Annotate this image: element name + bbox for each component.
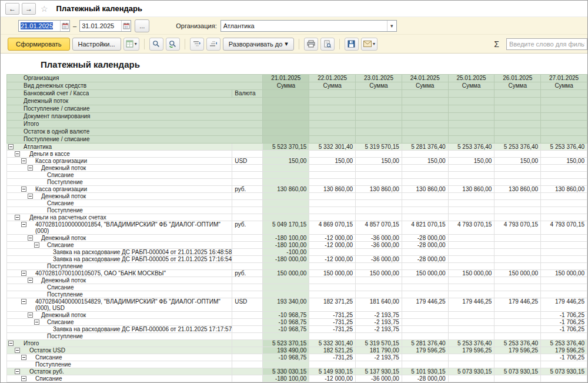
value-cell[interactable]	[495, 235, 541, 242]
value-cell[interactable]	[448, 165, 495, 172]
value-cell[interactable]	[356, 207, 402, 214]
value-cell[interactable]: 130 860,00	[448, 186, 495, 193]
value-cell[interactable]	[448, 256, 495, 263]
value-cell[interactable]: -2 193,75	[356, 326, 402, 333]
value-cell[interactable]: 5 253 376,40	[541, 340, 587, 347]
row-label-cell[interactable]: Поступление	[7, 333, 232, 340]
value-cell[interactable]	[448, 193, 495, 200]
value-cell[interactable]	[402, 333, 448, 340]
value-cell[interactable]	[541, 361, 587, 368]
value-cell[interactable]: -28 000,00	[402, 256, 448, 263]
value-cell[interactable]	[448, 207, 495, 214]
value-cell[interactable]: 150,00	[263, 158, 309, 165]
currency-cell[interactable]	[232, 319, 263, 326]
value-cell[interactable]: 4 793 070,15	[541, 221, 587, 235]
row-label-cell[interactable]: Денежный поток	[7, 312, 232, 319]
value-cell[interactable]	[495, 319, 541, 326]
collapse-toggle-icon[interactable]	[8, 144, 14, 149]
value-cell[interactable]	[263, 172, 309, 179]
value-cell[interactable]: -36 000,00	[356, 242, 402, 249]
row-label-cell[interactable]: Заявка на расходование ДС РАБП-000005 от…	[7, 256, 232, 263]
value-cell[interactable]	[402, 326, 448, 333]
value-cell[interactable]	[402, 249, 448, 256]
value-cell[interactable]: 130 860,00	[263, 186, 309, 193]
value-cell[interactable]	[541, 277, 587, 284]
back-button[interactable]: ←	[5, 3, 19, 15]
row-label-cell[interactable]: 40702840400000154829, "ВЛАДИМИРСКИЙ" ФБ …	[7, 298, 232, 312]
value-cell[interactable]	[263, 207, 309, 214]
value-cell[interactable]: 150 000,00	[263, 270, 309, 277]
currency-cell[interactable]	[232, 326, 263, 333]
value-cell[interactable]	[356, 151, 402, 158]
settings-button[interactable]: Настройки...	[72, 38, 121, 51]
value-cell[interactable]: 150,00	[448, 158, 495, 165]
currency-cell[interactable]	[232, 172, 263, 179]
value-cell[interactable]: 5 523 370,15	[263, 144, 309, 151]
forward-button[interactable]: →	[22, 3, 36, 15]
currency-cell[interactable]	[232, 179, 263, 186]
value-cell[interactable]: -180 100,00	[263, 235, 309, 242]
value-cell[interactable]: 179 596,25	[541, 347, 587, 354]
value-cell[interactable]	[263, 361, 309, 368]
value-cell[interactable]: 5 049 170,15	[263, 221, 309, 235]
value-cell[interactable]	[402, 312, 448, 319]
favorite-star-icon[interactable]: ☆	[41, 4, 48, 14]
value-cell[interactable]	[495, 200, 541, 207]
value-cell[interactable]: 5 101 930,15	[402, 368, 448, 375]
value-cell[interactable]: 130 860,00	[309, 186, 356, 193]
value-cell[interactable]: -28 000,00	[402, 375, 448, 382]
row-label-cell[interactable]: Денежный поток	[7, 193, 232, 200]
collapse-toggle-icon[interactable]	[21, 186, 26, 192]
value-cell[interactable]: 4 821 070,15	[402, 221, 448, 235]
value-cell[interactable]	[495, 263, 541, 270]
currency-cell[interactable]	[232, 165, 263, 172]
value-cell[interactable]	[263, 284, 309, 291]
collapse-toggle-icon[interactable]	[8, 341, 14, 346]
value-cell[interactable]: 179 596,25	[495, 347, 541, 354]
row-label-cell[interactable]: Касса организации	[7, 158, 232, 165]
value-cell[interactable]: 150 000,00	[356, 270, 402, 277]
row-label-cell[interactable]: Списание	[7, 354, 232, 361]
value-cell[interactable]	[541, 256, 587, 263]
row-label-cell[interactable]: Остаток USD	[7, 347, 232, 354]
value-cell[interactable]: -2 193,75	[356, 354, 402, 361]
value-cell[interactable]: -1 706,25	[541, 326, 587, 333]
value-cell[interactable]	[263, 263, 309, 270]
collapse-toggle-icon[interactable]	[21, 271, 26, 276]
value-cell[interactable]	[541, 179, 587, 186]
currency-cell[interactable]	[232, 340, 263, 347]
value-cell[interactable]	[541, 172, 587, 179]
value-cell[interactable]	[309, 165, 356, 172]
row-label-cell[interactable]: Списание	[7, 284, 232, 291]
value-cell[interactable]	[402, 361, 448, 368]
value-cell[interactable]: -2 193,75	[356, 312, 402, 319]
value-cell[interactable]	[541, 207, 587, 214]
autosum-indicator[interactable]: Σ	[494, 39, 499, 49]
value-cell[interactable]	[309, 193, 356, 200]
currency-cell[interactable]	[232, 284, 263, 291]
value-cell[interactable]	[495, 214, 541, 221]
value-cell[interactable]: 5 281 376,40	[402, 340, 448, 347]
date-to-field[interactable]: 31.01.2025	[79, 20, 131, 32]
value-cell[interactable]	[448, 242, 495, 249]
value-cell[interactable]	[402, 172, 448, 179]
value-cell[interactable]	[541, 242, 587, 249]
value-cell[interactable]: 5 137 930,15	[356, 368, 402, 375]
collapse-toggle-icon[interactable]	[28, 312, 33, 318]
value-cell[interactable]: 150 000,00	[541, 270, 587, 277]
collapse-toggle-icon[interactable]	[15, 369, 20, 374]
row-label-cell[interactable]: Поступление	[7, 263, 232, 270]
value-cell[interactable]	[402, 277, 448, 284]
value-cell[interactable]	[495, 333, 541, 340]
value-cell[interactable]	[402, 193, 448, 200]
value-cell[interactable]: 181 790,00	[356, 347, 402, 354]
currency-cell[interactable]	[232, 249, 263, 256]
value-cell[interactable]: 5 149 930,15	[309, 368, 356, 375]
value-cell[interactable]	[448, 214, 495, 221]
currency-cell[interactable]	[232, 214, 263, 221]
value-cell[interactable]	[309, 249, 356, 256]
value-cell[interactable]: -1 706,25	[541, 354, 587, 361]
value-cell[interactable]	[356, 193, 402, 200]
currency-cell[interactable]	[232, 256, 263, 263]
row-label-cell[interactable]: Списание	[7, 172, 232, 179]
